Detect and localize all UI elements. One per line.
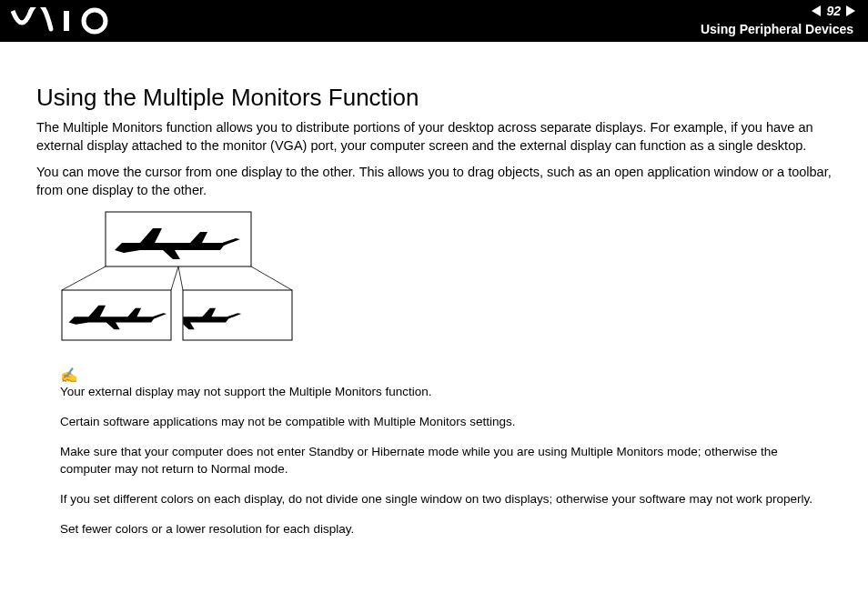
note-3: Make sure that your computer does not en… (60, 444, 832, 478)
svg-rect-3 (62, 290, 171, 340)
vaio-logo-icon (11, 7, 120, 35)
prev-page-icon[interactable] (812, 5, 821, 16)
svg-point-1 (84, 10, 106, 32)
note-4: If you set different colors on each disp… (60, 491, 832, 508)
page-nav: 92 (812, 4, 855, 18)
page-content: Using the Multiple Monitors Function The… (0, 42, 868, 538)
note-icon: ✍ (60, 367, 832, 384)
svg-line-5 (62, 266, 106, 290)
svg-line-6 (171, 266, 178, 290)
note-2: Certain software applications may not be… (60, 414, 832, 431)
svg-line-8 (251, 266, 292, 290)
page-title: Using the Multiple Monitors Function (36, 84, 832, 112)
page-header: 92 Using Peripheral Devices (0, 0, 868, 42)
svg-line-7 (178, 266, 183, 290)
monitors-illustration (60, 210, 832, 350)
next-page-icon[interactable] (846, 5, 855, 16)
intro-paragraph-2: You can move the cursor from one display… (36, 164, 832, 199)
section-title: Using Peripheral Devices (701, 22, 853, 36)
note-5: Set fewer colors or a lower resolution f… (60, 521, 832, 538)
svg-rect-0 (64, 11, 69, 31)
note-1: Your external display may not support th… (60, 384, 832, 401)
page-number: 92 (826, 4, 841, 18)
intro-paragraph-1: The Multiple Monitors function allows yo… (36, 119, 832, 155)
